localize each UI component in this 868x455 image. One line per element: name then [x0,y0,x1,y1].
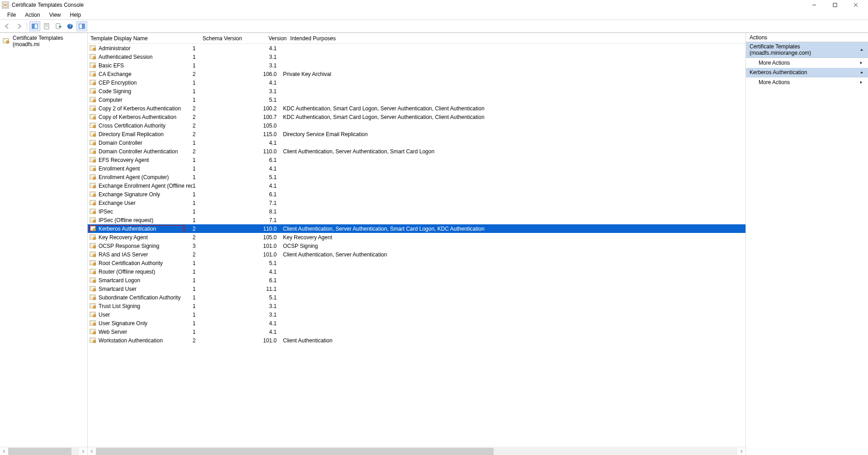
certificate-template-icon [90,156,97,164]
tree-scrollbar[interactable] [0,447,87,455]
table-row[interactable]: Subordinate Certification Authority15.1 [88,293,745,302]
table-row[interactable]: Enrollment Agent14.1 [88,164,745,173]
table-row[interactable]: Exchange User17.1 [88,199,745,207]
table-row[interactable]: EFS Recovery Agent16.1 [88,156,745,164]
actions-section-certificate-templates[interactable]: Certificate Templates (moadfs.miniorange… [746,42,868,58]
table-row[interactable]: Cross Certification Authority2105.0 [88,121,745,130]
menu-action[interactable]: Action [20,11,44,19]
cell-version: 7.1 [259,217,277,223]
cell-version: 110.0 [259,148,277,155]
certificate-template-icon [90,251,97,258]
col-schema-version[interactable]: Schema Version [200,33,266,43]
cell-name-text: EFS Recovery Agent [99,157,149,163]
table-row[interactable]: Domain Controller Authentication2110.0Cl… [88,147,745,156]
actions-section-kerberos[interactable]: Kerberos Authentication [746,68,868,77]
table-row[interactable]: IPSec (Offline request)17.1 [88,216,745,224]
table-row[interactable]: Kerberos Authentication2110.0Client Auth… [88,224,745,233]
help-button[interactable]: ? [65,21,75,31]
table-row[interactable]: Basic EFS13.1 [88,61,745,70]
cell-schema: 1 [193,97,259,103]
table-row[interactable]: Enrollment Agent (Computer)15.1 [88,173,745,181]
tree-node-certificate-templates[interactable]: Certificate Templates (moadfs.mi [0,33,87,49]
scroll-track[interactable] [96,448,737,455]
separator [27,22,27,30]
table-row[interactable]: Workstation Authentication2101.0Client A… [88,336,745,345]
table-row[interactable]: Copy 2 of Kerberos Authentication2100.2K… [88,104,745,113]
scroll-left-icon[interactable] [88,447,96,455]
show-hide-tree-button[interactable] [29,21,40,31]
scroll-left-icon[interactable] [0,447,8,455]
list-header: Template Display Name Schema Version Ver… [88,33,745,44]
col-version[interactable]: Version [266,33,284,43]
maximize-button[interactable] [825,0,845,10]
cell-version: 3.1 [259,54,277,60]
table-row[interactable]: OCSP Response Signing3101.0OCSP Signing [88,242,745,250]
table-row[interactable]: IPSec18.1 [88,207,745,216]
scroll-right-icon[interactable] [79,447,87,455]
cell-schema: 1 [193,260,259,266]
certificate-template-icon [90,182,97,190]
table-row[interactable]: Computer15.1 [88,95,745,104]
actions-pane: Actions Certificate Templates (moadfs.mi… [746,33,868,455]
table-row[interactable]: Key Recovery Agent2105.0Key Recovery Age… [88,233,745,242]
table-row[interactable]: RAS and IAS Server2101.0Client Authentic… [88,250,745,259]
toolbar: ? [0,20,868,33]
col-intended-purposes[interactable]: Intended Purposes [284,33,745,43]
actions-more-actions-2[interactable]: More Actions [746,77,868,87]
table-row[interactable]: Administrator14.1 [88,44,745,52]
menu-view[interactable]: View [45,11,66,19]
cell-name: Smartcard Logon [90,277,193,284]
scroll-track[interactable] [8,448,79,455]
cell-version: 6.1 [259,277,277,284]
table-row[interactable]: Trust List Signing13.1 [88,302,745,310]
cell-name: Domain Controller [90,139,193,147]
cell-version: 4.1 [259,183,277,189]
cell-name: Administrator [90,45,193,52]
table-row[interactable]: Copy of Kerberos Authentication2100.7KDC… [88,113,745,121]
scroll-thumb[interactable] [8,448,71,455]
minimize-button[interactable] [804,0,825,10]
list-scrollbar[interactable] [88,447,745,455]
properties-button[interactable] [41,21,52,31]
table-row[interactable]: Directory Email Replication2115.0Directo… [88,130,745,138]
menu-file[interactable]: File [3,11,20,19]
table-row[interactable]: CEP Encryption14.1 [88,78,745,87]
forward-button[interactable] [14,21,24,31]
svg-point-81 [93,314,96,317]
table-row[interactable]: User13.1 [88,310,745,319]
table-row[interactable]: Code Signing13.1 [88,87,745,95]
scroll-right-icon[interactable] [737,447,745,455]
action-pane-button[interactable] [76,21,87,31]
svg-point-45 [93,160,96,162]
cell-schema: 2 [193,105,259,112]
chevron-right-icon [860,61,864,65]
cell-name-text: CA Exchange [99,71,132,77]
actions-more-actions-1[interactable]: More Actions [746,58,868,68]
certificate-template-icon [90,320,97,327]
svg-rect-15 [83,24,85,28]
table-row[interactable]: Exchange Enrollment Agent (Offline reque… [88,181,745,190]
back-button[interactable] [2,21,13,31]
table-row[interactable]: Exchange Signature Only16.1 [88,190,745,199]
scroll-thumb[interactable] [96,448,494,455]
close-button[interactable] [845,0,866,10]
table-row[interactable]: Root Certification Authority15.1 [88,259,745,267]
table-row[interactable]: User Signature Only14.1 [88,319,745,327]
section-label: Certificate Templates (moadfs.miniorange… [750,43,860,56]
svg-point-59 [93,220,96,223]
table-row[interactable]: Smartcard User111.1 [88,284,745,293]
cell-name-text: Directory Email Replication [99,131,164,137]
cell-schema: 1 [193,166,259,172]
cell-name-text: Administrator [99,45,131,52]
menu-help[interactable]: Help [66,11,86,19]
table-row[interactable]: CA Exchange2106.0Private Key Archival [88,70,745,78]
col-template-display-name[interactable]: Template Display Name [88,33,200,43]
table-row[interactable]: Domain Controller14.1 [88,138,745,147]
table-row[interactable]: Authenticated Session13.1 [88,52,745,61]
table-row[interactable]: Smartcard Logon16.1 [88,276,745,284]
cell-version: 5.1 [259,174,277,180]
table-row[interactable]: Web Server14.1 [88,327,745,336]
cell-version: 110.0 [259,226,277,232]
table-row[interactable]: Router (Offline request)14.1 [88,267,745,276]
export-button[interactable] [53,21,64,31]
